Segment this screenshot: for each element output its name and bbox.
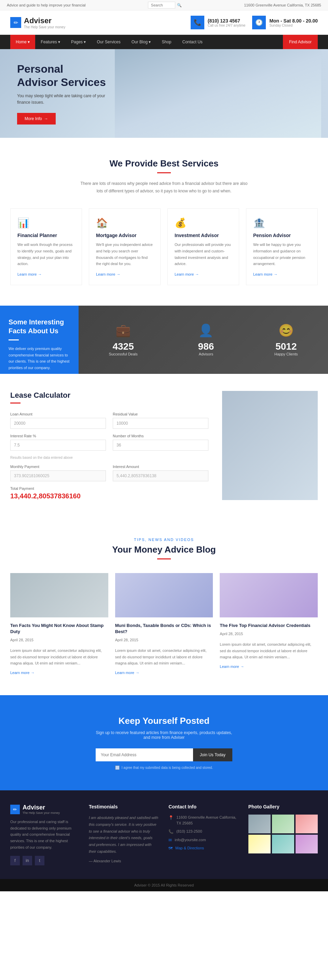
more-info-button[interactable]: More Info → (17, 113, 56, 124)
nav-features[interactable]: Features ▾ (35, 35, 66, 49)
nav-shop[interactable]: Shop (156, 35, 177, 49)
calculator-divider (10, 402, 21, 404)
advisors-number: 986 (198, 341, 214, 352)
phone-footer-icon: 📞 (168, 829, 174, 834)
loan-amount-input[interactable] (10, 418, 106, 429)
residual-group: Residual Value (113, 412, 208, 429)
photo-2 (272, 815, 294, 833)
residual-input[interactable] (113, 418, 208, 429)
search-icon[interactable]: 🔍 (177, 3, 182, 8)
facts-text: Some Interesting Facts About Us We deliv… (0, 305, 78, 374)
footer-logo: ✏ Adviser The Help Save your money (10, 804, 78, 815)
monthly-payment-result (10, 470, 106, 481)
address-icon: 📍 (168, 815, 174, 820)
interest-amount-label: Interest Amount (113, 465, 208, 469)
blog-img-3 (220, 573, 318, 617)
logo[interactable]: ✏ Adviser The Help Save your money (10, 16, 65, 29)
nav-contact[interactable]: Contact Us (177, 35, 208, 49)
hours-label: Mon - Sat 8.00 - 20.00 (269, 18, 318, 24)
blog-post-1-title: Ten Facts You Might Not Know About Stamp… (10, 622, 108, 635)
hero-description: You may sleep tight while are taking car… (17, 93, 106, 106)
investment-advisor-link[interactable]: Learn more → (174, 272, 232, 276)
linkedin-icon[interactable]: in (22, 856, 32, 865)
nav-services[interactable]: Our Services (91, 35, 126, 49)
form-row-2: Interest Rate % Number of Months (10, 434, 208, 450)
clock-icon: 🕐 (252, 16, 266, 29)
hero-people (115, 49, 321, 138)
blog-post-1-date: April 28, 2015 (10, 637, 108, 643)
photo-grid (248, 815, 318, 853)
contact-phone: 📞 (810) 123-2500 (168, 829, 238, 834)
search-input[interactable] (148, 2, 175, 8)
consent-checkbox[interactable] (115, 765, 120, 770)
navigation: Home ▾ Features ▾ Pages ▾ Our Services O… (0, 35, 328, 49)
calculator-section: Lease Calculator Loan Amount Residual Va… (0, 374, 328, 517)
mortgage-advisor-link[interactable]: Learn more → (96, 272, 154, 276)
footer: ✏ Adviser The Help Save your money Our p… (0, 790, 328, 879)
deals-number: 4325 (109, 341, 138, 352)
hero-btn-label: More Info (25, 116, 42, 121)
footer-bottom: Adviser © 2015 All Rights Reserved (0, 879, 328, 891)
nav-pages[interactable]: Pages ▾ (66, 35, 91, 49)
footer-brand-desc: Our professional and caring staff is ded… (10, 819, 78, 850)
email-form[interactable]: Join Us Today (96, 748, 232, 761)
card-financial-planner: 📊 Financial Planner We will work through… (10, 208, 82, 285)
clients-number: 5012 (274, 341, 298, 352)
header-contacts: 📞 (810) 123 4567 Call us free 24/7 anyti… (190, 16, 318, 29)
blog-post-1-excerpt: Lorem ipsum dolor sit amet, consectetur … (10, 648, 108, 667)
hero-image (115, 49, 328, 138)
service-cards: 📊 Financial Planner We will work through… (10, 208, 318, 285)
total-label: Total Payment (10, 487, 208, 490)
pension-advisor-link[interactable]: Learn more → (253, 272, 310, 276)
blog-label: TIPS, NEWS AND VIDEOS (10, 538, 318, 542)
contact-map[interactable]: 🗺 Map & Directions (168, 845, 238, 851)
photo-6 (296, 835, 318, 853)
interest-input[interactable] (10, 440, 106, 450)
months-input[interactable] (113, 440, 208, 450)
services-subtitle: There are lots of reasons why people nee… (78, 180, 250, 195)
deals-label: Successful Deals (109, 352, 138, 356)
blog-post-2-date: April 28, 2015 (115, 637, 213, 643)
email-icon: ✉ (168, 838, 172, 843)
loan-amount-group: Loan Amount (10, 412, 106, 429)
consent-text: I agree that my submitted data is being … (122, 766, 213, 770)
blog-post-3-link[interactable]: Learn more → (220, 665, 318, 668)
gallery-title: Photo Gallery (248, 804, 318, 810)
twitter-icon[interactable]: t (35, 856, 45, 865)
pension-advisor-title: Pension Advisor (253, 232, 310, 238)
stat-clients: 😊 5012 Happy Clients (274, 323, 298, 356)
card-investment-advisor: 💰 Investment Advisor Our professionals w… (167, 208, 239, 285)
monthly-payment-label: Monthly Payment (10, 465, 106, 469)
facts-section: Some Interesting Facts About Us We deliv… (0, 305, 328, 374)
blog-post-3-date: April 28, 2015 (220, 631, 318, 637)
photo-5 (272, 835, 294, 853)
contact-email: ✉ info@yoursite.com (168, 837, 238, 843)
header: ✏ Adviser The Help Save your money 📞 (81… (0, 11, 328, 35)
calculator-form: Lease Calculator Loan Amount Residual Va… (10, 391, 208, 500)
contact-title: Contact Info (168, 804, 238, 810)
phone-footer-text: (810) 123-2500 (176, 829, 202, 834)
top-bar-text: Advice and guide to help improve your fi… (7, 3, 86, 7)
blog-post-2-title: Muni Bonds, Taxable Bonds or CDs: Which … (115, 622, 213, 635)
blog-post-1-link[interactable]: Learn more → (10, 671, 108, 675)
join-button[interactable]: Join Us Today (193, 748, 232, 761)
find-advisor-button[interactable]: Find Advisor (283, 35, 318, 49)
email-input[interactable] (96, 748, 193, 761)
facebook-icon[interactable]: f (10, 856, 20, 865)
blog-post-2-link[interactable]: Learn more → (115, 671, 213, 675)
financial-planner-desc: We will work through the process to iden… (18, 242, 75, 267)
financial-planner-title: Financial Planner (18, 232, 75, 238)
loan-amount-label: Loan Amount (10, 412, 106, 416)
form-row-1: Loan Amount Residual Value (10, 412, 208, 429)
nav-blog[interactable]: Our Blog ▾ (126, 35, 157, 49)
nav-home[interactable]: Home ▾ (10, 35, 35, 49)
footer-logo-text: Adviser (22, 804, 60, 811)
months-group: Number of Months (113, 434, 208, 450)
map-text[interactable]: Map & Directions (175, 845, 204, 851)
consent-label[interactable]: I agree that my submitted data is being … (10, 765, 318, 770)
financial-planner-link[interactable]: Learn more → (18, 272, 75, 276)
social-icons: f in t (10, 856, 78, 865)
footer-gallery: Photo Gallery (248, 804, 318, 865)
search-box[interactable]: 🔍 (148, 2, 182, 8)
facts-stats: 💼 4325 Successful Deals 👤 986 Advisors 😊… (78, 305, 328, 374)
